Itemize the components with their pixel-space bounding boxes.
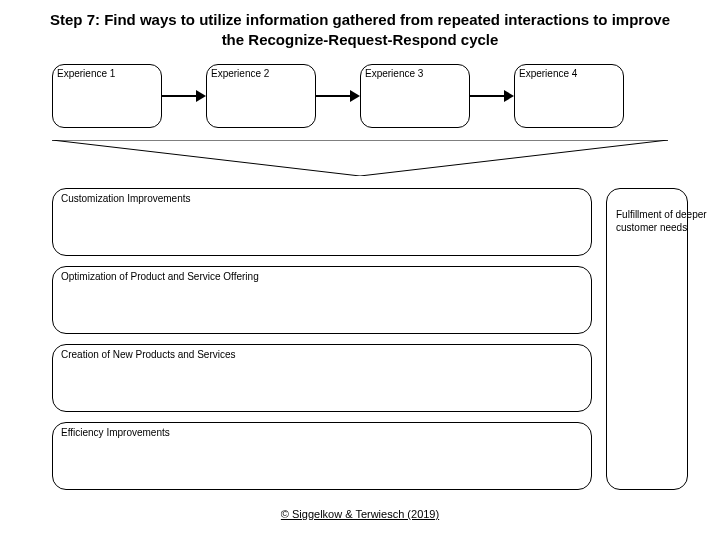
funnel-arrow-icon [52,140,668,176]
improvement-box-creation: Creation of New Products and Services [52,344,592,412]
experience-box-3: Experience 3 [360,64,470,128]
arrow-icon [316,90,360,102]
experience-row: Experience 1 Experience 2 Experience 3 E… [52,64,668,128]
improvement-column: Customization Improvements Optimization … [52,188,592,500]
fulfillment-label: Fulfillment of deeper customer needs [616,208,716,234]
improvement-box-optimization: Optimization of Product and Service Offe… [52,266,592,334]
experience-box-1: Experience 1 [52,64,162,128]
arrow-icon [162,90,206,102]
improvement-box-customization: Customization Improvements [52,188,592,256]
svg-marker-0 [52,140,668,176]
improvement-box-efficiency: Efficiency Improvements [52,422,592,490]
experience-box-2: Experience 2 [206,64,316,128]
credit-line: © Siggelkow & Terwiesch (2019) [0,508,720,520]
experience-box-4: Experience 4 [514,64,624,128]
arrow-icon [470,90,514,102]
diagram-title: Step 7: Find ways to utilize information… [40,10,680,49]
